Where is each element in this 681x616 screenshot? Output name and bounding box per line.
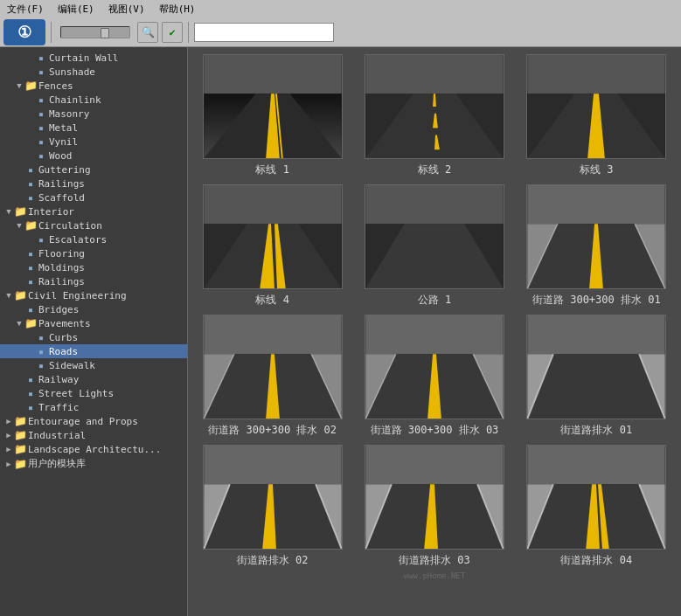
thumbnail-grid: 标线 1 标线 2 bbox=[195, 54, 674, 568]
svg-rect-15 bbox=[204, 185, 341, 224]
sidebar-item-railway[interactable]: ▪ Railway bbox=[0, 372, 187, 386]
label-curbs: Curbs bbox=[49, 332, 78, 343]
sidebar-item-flooring[interactable]: ▪ Flooring bbox=[0, 246, 187, 260]
sidebar-item-wood[interactable]: ▪ Wood bbox=[0, 149, 187, 163]
file-icon-railings: ▪ bbox=[24, 177, 37, 190]
label-pavements: Pavements bbox=[38, 318, 91, 329]
menu-file[interactable]: 文件(F) bbox=[3, 2, 47, 17]
zoom-slider[interactable] bbox=[60, 26, 130, 38]
grid-item-biaoxian3[interactable]: 标线 3 bbox=[519, 54, 674, 177]
sidebar-item-traffic[interactable]: ▪ Traffic bbox=[0, 400, 187, 414]
toggle-wood bbox=[24, 150, 35, 161]
sidebar-item-landscape[interactable]: ▶ 📁 Landscape Architectu... bbox=[0, 442, 187, 456]
file-icon-scaffold: ▪ bbox=[24, 191, 37, 204]
menu-view[interactable]: 视图(V) bbox=[105, 2, 149, 17]
search-input[interactable] bbox=[194, 23, 334, 42]
sidebar-item-bridges[interactable]: ▪ Bridges bbox=[0, 302, 187, 316]
label-jiedao300-03: 街道路 300+300 排水 03 bbox=[371, 423, 499, 438]
toggle-metal bbox=[24, 122, 35, 133]
sidebar-item-escalators[interactable]: ▪ Escalators bbox=[0, 232, 187, 246]
svg-rect-62 bbox=[365, 446, 503, 484]
sidebar-item-chainlink[interactable]: ▪ Chainlink bbox=[0, 93, 187, 107]
label-moldings: Moldings bbox=[38, 262, 85, 273]
svg-rect-5 bbox=[365, 55, 503, 93]
sidebar-item-roads[interactable]: ▪ Roads bbox=[0, 344, 187, 358]
sidebar-item-userlib[interactable]: ▶ 📁 用户的模块库 bbox=[0, 456, 187, 471]
toolbar-search-btn[interactable]: 🔍 bbox=[137, 22, 158, 43]
file-icon-roads: ▪ bbox=[35, 345, 47, 357]
file-icon-streetlights: ▪ bbox=[24, 387, 37, 399]
menu-help[interactable]: 帮助(H) bbox=[156, 2, 199, 17]
label-vynil: Vynil bbox=[49, 136, 78, 148]
sidebar-item-fences[interactable]: ▼ 📁 Fences bbox=[0, 79, 187, 93]
file-icon-wood: ▪ bbox=[35, 149, 47, 162]
sidebar-item-scaffold[interactable]: ▪ Scaffold bbox=[0, 190, 187, 204]
label-chainlink: Chainlink bbox=[49, 94, 101, 106]
app-logo: ① bbox=[3, 19, 45, 45]
sidebar: ▪ Curtain Wall ▪ Sunshade ▼ 📁 Fences ▪ C… bbox=[0, 47, 188, 616]
file-icon-railway: ▪ bbox=[24, 373, 37, 385]
main-area: ▪ Curtain Wall ▪ Sunshade ▼ 📁 Fences ▪ C… bbox=[0, 47, 681, 616]
label-interior: Interior bbox=[28, 206, 74, 218]
file-icon-sunshade: ▪ bbox=[35, 66, 47, 78]
grid-item-biaoxian1[interactable]: 标线 1 bbox=[195, 54, 350, 177]
label-industrial: Industrial bbox=[28, 430, 86, 441]
sidebar-item-sidewalk[interactable]: ▪ Sidewalk bbox=[0, 358, 187, 372]
grid-item-jiedao300-01[interactable]: 街道路 300+300 排水 01 bbox=[519, 184, 674, 308]
sidebar-item-interior[interactable]: ▼ 📁 Interior bbox=[0, 204, 187, 218]
sidebar-item-metal[interactable]: ▪ Metal bbox=[0, 121, 187, 135]
label-railings: Railings bbox=[38, 178, 85, 190]
svg-rect-39 bbox=[365, 315, 503, 354]
sidebar-item-railings2[interactable]: ▪ Railings bbox=[0, 274, 187, 288]
file-icon-escalators: ▪ bbox=[35, 233, 47, 246]
toggle-curtainwall bbox=[24, 52, 35, 63]
label-roads: Roads bbox=[49, 346, 78, 357]
svg-rect-70 bbox=[528, 446, 665, 484]
sidebar-item-industrial[interactable]: ▶ 📁 Industrial bbox=[0, 428, 187, 442]
toolbar-check-btn[interactable]: ✔ bbox=[162, 22, 183, 43]
sidebar-item-sunshade[interactable]: ▪ Sunshade bbox=[0, 65, 187, 79]
file-icon-chainlink: ▪ bbox=[35, 93, 47, 106]
toggle-interior: ▼ bbox=[3, 206, 14, 217]
grid-item-jiedaopai03[interactable]: 街道路排水 03 bbox=[357, 445, 511, 568]
folder-icon-pavements: 📁 bbox=[24, 317, 37, 329]
toggle-bridges bbox=[14, 304, 24, 315]
grid-item-jiedaopai02[interactable]: 街道路排水 02 bbox=[195, 445, 350, 568]
sidebar-item-curtainwall[interactable]: ▪ Curtain Wall bbox=[0, 51, 187, 65]
sidebar-item-guttering[interactable]: ▪ Guttering bbox=[0, 163, 187, 176]
grid-item-jiedaopai01[interactable]: 街道路排水 01 bbox=[519, 315, 674, 438]
grid-item-jiedaopai04[interactable]: 街道路排水 04 bbox=[519, 445, 674, 568]
sidebar-item-pavements[interactable]: ▼ 📁 Pavements bbox=[0, 316, 187, 330]
toggle-pavements: ▼ bbox=[14, 318, 24, 329]
grid-item-biaoxian2[interactable]: 标线 2 bbox=[357, 54, 511, 177]
grid-item-biaoxian4[interactable]: 标线 4 bbox=[195, 184, 350, 308]
toggle-fences: ▼ bbox=[14, 80, 24, 91]
label-biaoxian4: 标线 4 bbox=[255, 293, 288, 308]
file-icon-guttering: ▪ bbox=[24, 163, 37, 176]
toggle-curbs bbox=[24, 332, 35, 343]
grid-item-gonglu1[interactable]: 公路 1 bbox=[357, 184, 511, 308]
sidebar-item-civil[interactable]: ▼ 📁 Civil Engineering bbox=[0, 288, 187, 302]
file-icon-vynil: ▪ bbox=[35, 135, 47, 148]
grid-item-jiedao300-03[interactable]: 街道路 300+300 排水 03 bbox=[357, 315, 511, 438]
sidebar-item-moldings[interactable]: ▪ Moldings bbox=[0, 260, 187, 274]
sidebar-item-railings[interactable]: ▪ Railings bbox=[0, 176, 187, 190]
sidebar-item-vynil[interactable]: ▪ Vynil bbox=[0, 135, 187, 149]
thumbnail-jiedaopai04 bbox=[526, 445, 666, 550]
sidebar-item-masonry[interactable]: ▪ Masonry bbox=[0, 107, 187, 121]
folder-icon-landscape: 📁 bbox=[14, 443, 26, 455]
toggle-entourage: ▶ bbox=[3, 416, 14, 426]
grid-item-jiedao300-02[interactable]: 街道路 300+300 排水 02 bbox=[195, 315, 350, 438]
sidebar-item-curbs[interactable]: ▪ Curbs bbox=[0, 330, 187, 344]
label-escalators: Escalators bbox=[49, 234, 107, 246]
toggle-userlib: ▶ bbox=[3, 459, 14, 469]
sidebar-item-streetlights[interactable]: ▪ Street Lights bbox=[0, 386, 187, 400]
sidebar-item-circulation[interactable]: ▼ 📁 Circulation bbox=[0, 218, 187, 232]
sidebar-item-entourage[interactable]: ▶ 📁 Entourage and Props bbox=[0, 414, 187, 428]
toggle-traffic bbox=[14, 402, 24, 412]
thumbnail-biaoxian3 bbox=[526, 54, 666, 159]
label-sidewalk: Sidewalk bbox=[49, 360, 95, 371]
file-icon-sidewalk: ▪ bbox=[35, 359, 47, 371]
label-jiedaopai02: 街道路排水 02 bbox=[237, 553, 309, 568]
menu-edit[interactable]: 编辑(E) bbox=[54, 2, 98, 17]
